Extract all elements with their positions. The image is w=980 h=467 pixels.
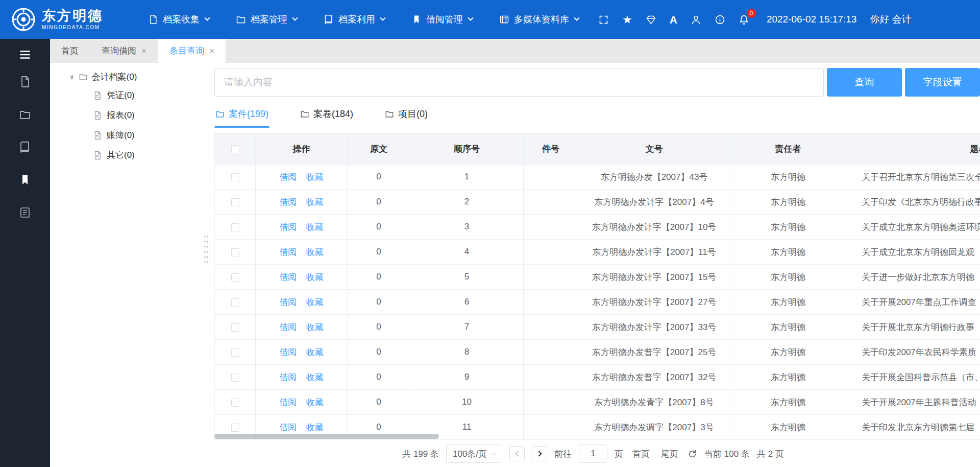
sidebar-item-borrow-manage bookmark-icon[interactable] (19, 174, 31, 186)
favorite-link[interactable]: 收藏 (306, 247, 324, 257)
table-row: 借阅 收藏 0 6 东方明德办发计字【2007】27号 东方明德 关于开展200… (215, 290, 980, 315)
result-tab-volume[interactable]: 案卷(184) (299, 107, 354, 128)
tab-borrow-query[interactable]: 查询借阅 × (90, 39, 158, 63)
tab-home[interactable]: 首页 (50, 39, 90, 63)
tree-item[interactable]: 报表(0) (50, 105, 206, 125)
borrow-link[interactable]: 借阅 (279, 347, 297, 357)
info-icon[interactable] (715, 14, 725, 25)
select-all-checkbox[interactable] (231, 145, 239, 153)
favorite-link[interactable]: 收藏 (306, 272, 324, 282)
close-icon[interactable]: × (141, 46, 146, 55)
gem-icon[interactable] (646, 14, 656, 25)
favorite-link[interactable]: 收藏 (306, 297, 324, 307)
app-logo[interactable]: 东方明德 MINGDEDATA.COM (11, 7, 138, 32)
star-icon[interactable]: ★ (622, 14, 632, 25)
borrow-link[interactable]: 借阅 (279, 297, 297, 307)
row-checkbox[interactable] (231, 373, 239, 382)
archive-tree-panel: ∨ 会计档案(0) 凭证(0) 报表(0) (50, 63, 206, 467)
row-checkbox[interactable] (231, 298, 239, 307)
tree-children: 凭证(0) 报表(0) 账簿(0) (50, 85, 206, 165)
tree-item[interactable]: 账簿(0) (50, 125, 206, 145)
folder-icon (79, 72, 88, 81)
search-button[interactable]: 查询 (827, 68, 902, 97)
last-page-link[interactable]: 尾页 (661, 448, 678, 460)
cell-author: 东方明德 (730, 165, 846, 190)
row-checkbox[interactable] (231, 173, 239, 181)
close-icon[interactable]: × (209, 46, 214, 55)
row-checkbox[interactable] (231, 399, 239, 407)
horizontal-scrollbar-thumb[interactable] (214, 434, 439, 439)
chevron-down-icon (492, 451, 497, 456)
tree-item[interactable]: 凭证(0) (50, 85, 206, 105)
row-checkbox[interactable] (231, 424, 239, 432)
cell-title: 关于开展2007年重点工作调查 (846, 290, 980, 315)
page-size-select[interactable]: 100条/页 (446, 445, 502, 463)
tab-entry-query[interactable]: 条目查询 × (158, 39, 226, 63)
favorite-link[interactable]: 收藏 (306, 197, 324, 207)
notifications[interactable]: 0 (739, 14, 749, 25)
caret-down-icon[interactable]: ∨ (69, 74, 75, 80)
search-input[interactable] (214, 68, 824, 97)
tree-item[interactable]: 其它(0) (50, 145, 206, 165)
favorite-link[interactable]: 收藏 (306, 322, 324, 332)
cell-doc-no: 东方明德办发计字【2007】11号 (578, 240, 730, 265)
user-greeting[interactable]: 你好 会计 (870, 13, 911, 26)
row-checkbox[interactable] (231, 198, 239, 206)
borrow-link[interactable]: 借阅 (279, 372, 297, 382)
refresh-icon[interactable] (688, 449, 697, 459)
nav-item-archive-use[interactable]: 档案利用 (324, 13, 385, 26)
fullscreen-icon[interactable] (598, 14, 609, 25)
borrow-link[interactable]: 借阅 (279, 247, 297, 257)
borrow-link[interactable]: 借阅 (279, 322, 297, 332)
favorite-link[interactable]: 收藏 (306, 423, 324, 432)
nav-item-archive-manage[interactable]: 档案管理 (236, 13, 297, 26)
sidebar-item-archive-manage folder-icon[interactable] (19, 108, 31, 121)
tree-item-label: 报表(0) (107, 109, 135, 121)
tree-item-root[interactable]: ∨ 会计档案(0) (50, 68, 206, 85)
nav-item-media-library[interactable]: 多媒体资料库 (499, 13, 579, 26)
sidebar-item-archive-use book-icon[interactable] (19, 141, 31, 153)
cell-author: 东方明德 (730, 315, 846, 340)
result-tab-case[interactable]: 案件(199) (214, 107, 270, 128)
row-checkbox[interactable] (231, 323, 239, 332)
cell-item-no (524, 315, 578, 340)
sidebar (0, 39, 50, 467)
favorite-link[interactable]: 收藏 (306, 398, 324, 407)
nav-item-borrow-manage[interactable]: 借阅管理 (411, 13, 473, 26)
result-tab-project[interactable]: 项目(0) (384, 107, 429, 128)
prev-page-button[interactable] (509, 446, 525, 461)
row-checkbox[interactable] (231, 223, 239, 231)
favorite-link[interactable]: 收藏 (306, 347, 324, 357)
result-tabs: 案件(199) 案卷(184) 项目(0) (214, 107, 980, 128)
font-size-icon[interactable]: A (670, 14, 677, 25)
favorite-link[interactable]: 收藏 (306, 172, 324, 182)
table-header-row: 操作 原文 顺序号 件号 文号 责任者 题名 (215, 133, 980, 165)
datetime: 2022-06-02 15:17:13 (767, 14, 856, 25)
borrow-link[interactable]: 借阅 (279, 222, 297, 232)
table-row: 借阅 收藏 0 4 东方明德办发计字【2007】11号 东方明德 关于成立北京东… (215, 240, 980, 265)
sidebar-item-media-library file-icon[interactable] (19, 206, 31, 219)
menu-icon[interactable] (18, 48, 32, 61)
user-icon[interactable] (691, 14, 701, 25)
row-checkbox[interactable] (231, 248, 239, 256)
row-checkbox[interactable] (231, 348, 239, 357)
cell-seq: 6 (410, 290, 524, 315)
cell-title: 关于成立北京东方明德回龙观 (846, 240, 980, 265)
cell-seq: 9 (410, 365, 524, 390)
borrow-link[interactable]: 借阅 (279, 398, 297, 407)
nav-item-archive-collect[interactable]: 档案收集 (148, 13, 209, 26)
favorite-link[interactable]: 收藏 (306, 372, 324, 382)
goto-page-input[interactable] (579, 445, 607, 463)
borrow-link[interactable]: 借阅 (279, 272, 297, 282)
borrow-link[interactable]: 借阅 (279, 172, 297, 182)
borrow-link[interactable]: 借阅 (279, 423, 297, 432)
first-page-link[interactable]: 首页 (632, 448, 650, 460)
sidebar-item-archive-collect document-icon[interactable] (19, 76, 31, 88)
field-settings-button[interactable]: 字段设置 (905, 68, 980, 97)
borrow-link[interactable]: 借阅 (279, 197, 297, 207)
next-page-button[interactable] (532, 446, 547, 461)
favorite-link[interactable]: 收藏 (306, 222, 324, 232)
app-subtitle: MINGDEDATA.COM (42, 25, 103, 30)
row-checkbox[interactable] (231, 273, 239, 282)
document-icon (93, 111, 102, 120)
